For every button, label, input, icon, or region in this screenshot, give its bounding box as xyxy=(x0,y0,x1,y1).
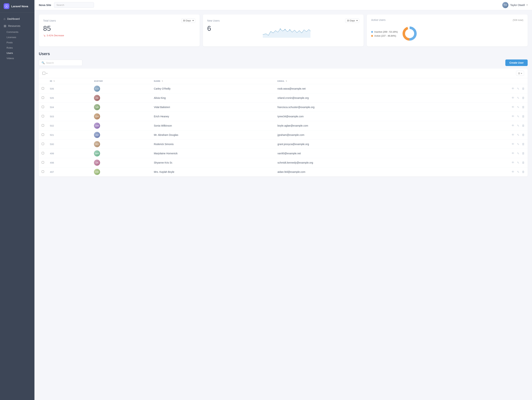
avatar: TO xyxy=(502,2,508,8)
table-row: 499 MH Marjolaine Homenick van90@example… xyxy=(39,149,528,158)
delete-icon[interactable]: 🗑 xyxy=(522,170,525,173)
th-id[interactable]: ID ⇅ xyxy=(47,78,91,84)
sidebar-item-licenses[interactable]: Licenses xyxy=(0,35,34,40)
row-id: 501 xyxy=(47,130,91,140)
row-id: 498 xyxy=(47,158,91,167)
row-checkbox[interactable] xyxy=(42,115,44,117)
total-users-period: 30 Days 60 Days 90 Days xyxy=(181,19,195,23)
row-checkbox[interactable] xyxy=(42,124,44,127)
select-all-checkbox[interactable] xyxy=(42,72,45,75)
row-email: grant.jessyca@example.org xyxy=(274,140,450,149)
view-icon[interactable]: 👁 xyxy=(512,143,514,146)
row-actions: 👁 ✎ 🗑 xyxy=(453,161,525,165)
row-checkbox[interactable] xyxy=(42,106,44,108)
email-sort-icon[interactable]: ⇅ xyxy=(286,80,287,82)
sidebar-item-users[interactable]: Users xyxy=(0,51,34,56)
sidebar-item-dashboard[interactable]: ⌂ Dashboard xyxy=(0,15,34,22)
row-checkbox-cell xyxy=(39,121,47,130)
row-email: roob.wava@example.net xyxy=(274,84,450,93)
row-actions: 👁 ✎ 🗑 xyxy=(453,106,525,109)
sidebar-item-posts[interactable]: Posts xyxy=(0,40,34,45)
search-box: 🔍 xyxy=(39,60,82,66)
filter-button[interactable]: ⊟ ▾ xyxy=(516,71,524,76)
edit-icon[interactable]: ✎ xyxy=(517,133,519,137)
new-users-value: 6 xyxy=(207,25,211,32)
sidebar-item-resources[interactable]: ▦ Resources xyxy=(0,22,34,29)
table-container: ▾ ⊟ ▾ ID ⇅ xyxy=(39,69,528,177)
new-users-card: New Users 30 Days 60 Days 90 Days 6 xyxy=(203,14,364,46)
delete-icon[interactable]: 🗑 xyxy=(522,96,525,100)
sidebar-item-comments[interactable]: Comments xyxy=(0,29,34,35)
topbar-search-input[interactable] xyxy=(54,2,94,8)
delete-icon[interactable]: 🗑 xyxy=(522,106,525,109)
delete-icon[interactable]: 🗑 xyxy=(522,152,525,155)
table-row: 503 EH Erich Heaney tyree34@example.com … xyxy=(39,112,528,121)
delete-icon[interactable]: 🗑 xyxy=(522,115,525,118)
total-users-value: 85 xyxy=(43,25,195,32)
user-menu[interactable]: TO Taylor Otwell ▾ xyxy=(502,2,528,8)
edit-icon[interactable]: ✎ xyxy=(517,161,519,165)
table-toolbar: 🔍 Create User xyxy=(39,59,528,66)
row-checkbox[interactable] xyxy=(42,96,44,99)
edit-icon[interactable]: ✎ xyxy=(517,87,519,90)
view-icon[interactable]: 👁 xyxy=(512,133,514,137)
view-icon[interactable]: 👁 xyxy=(512,96,514,100)
id-sort-icon[interactable]: ⇅ xyxy=(53,80,55,82)
sidebar-users-label: Users xyxy=(6,52,13,54)
row-avatar-cell: AD xyxy=(91,130,151,140)
edit-icon[interactable]: ✎ xyxy=(517,115,519,118)
th-name[interactable]: NAME ⇅ xyxy=(151,78,274,84)
new-users-title: New Users xyxy=(207,19,220,22)
view-icon[interactable]: 👁 xyxy=(512,170,514,173)
th-checkbox xyxy=(39,78,47,84)
view-icon[interactable]: 👁 xyxy=(512,152,514,155)
view-icon[interactable]: 👁 xyxy=(512,124,514,127)
view-icon[interactable]: 👁 xyxy=(512,115,514,118)
table-row: 506 CO Carley O'Reilly roob.wava@example… xyxy=(39,84,528,93)
edit-icon[interactable]: ✎ xyxy=(517,170,519,174)
row-checkbox[interactable] xyxy=(42,87,44,89)
col-email-label: EMAIL xyxy=(277,80,285,82)
view-icon[interactable]: 👁 xyxy=(512,87,514,90)
total-users-period-select[interactable]: 30 Days 60 Days 90 Days xyxy=(181,19,195,23)
delete-icon[interactable]: 🗑 xyxy=(522,87,525,90)
delete-icon[interactable]: 🗑 xyxy=(522,161,525,164)
total-users-change: ↘ 3.41% Decrease xyxy=(43,34,195,37)
avatar: SK xyxy=(94,159,100,166)
edit-icon[interactable]: ✎ xyxy=(517,106,519,109)
col-id-label: ID xyxy=(50,80,52,82)
row-checkbox[interactable] xyxy=(42,161,44,164)
delete-icon[interactable]: 🗑 xyxy=(522,133,525,137)
row-avatar-cell: AK xyxy=(91,93,151,103)
delete-icon[interactable]: 🗑 xyxy=(522,143,525,146)
row-checkbox[interactable] xyxy=(42,152,44,154)
create-user-button[interactable]: Create User xyxy=(505,59,528,66)
view-icon[interactable]: 👁 xyxy=(512,106,514,109)
chevron-down-icon[interactable]: ▾ xyxy=(46,72,47,74)
name-sort-icon[interactable]: ⇅ xyxy=(162,80,163,82)
view-icon[interactable]: 👁 xyxy=(512,161,514,164)
row-checkbox[interactable] xyxy=(42,171,44,173)
th-email[interactable]: EMAIL ⇅ xyxy=(274,78,450,84)
row-email: orland.cronin@example.org xyxy=(274,93,450,103)
edit-icon[interactable]: ✎ xyxy=(517,96,519,100)
donut-chart xyxy=(401,25,418,42)
row-checkbox[interactable] xyxy=(42,143,44,145)
table-row: 501 AD Mr. Abraham Douglas jgraham@examp… xyxy=(39,130,528,140)
sidebar-item-roles[interactable]: Roles xyxy=(0,45,34,51)
edit-icon[interactable]: ✎ xyxy=(517,124,519,127)
row-email: schmidt.kennedy@example.org xyxy=(274,158,450,167)
sidebar-item-videos[interactable]: Videos xyxy=(0,56,34,61)
donut-body: Inactive (269 - 53.16%) Active (237 - 46… xyxy=(371,25,523,42)
content-area: Total Users 30 Days 60 Days 90 Days 85 ↘… xyxy=(34,10,532,400)
row-checkbox[interactable] xyxy=(42,133,44,136)
edit-icon[interactable]: ✎ xyxy=(517,143,519,146)
avatar: SW xyxy=(94,123,100,129)
row-name: Carley O'Reilly xyxy=(151,84,274,93)
search-input[interactable] xyxy=(46,62,80,64)
svg-point-1 xyxy=(280,28,281,29)
delete-icon[interactable]: 🗑 xyxy=(522,124,525,127)
edit-icon[interactable]: ✎ xyxy=(517,152,519,155)
donut-svg xyxy=(401,25,418,42)
new-users-period-select[interactable]: 30 Days 60 Days 90 Days xyxy=(345,19,359,23)
